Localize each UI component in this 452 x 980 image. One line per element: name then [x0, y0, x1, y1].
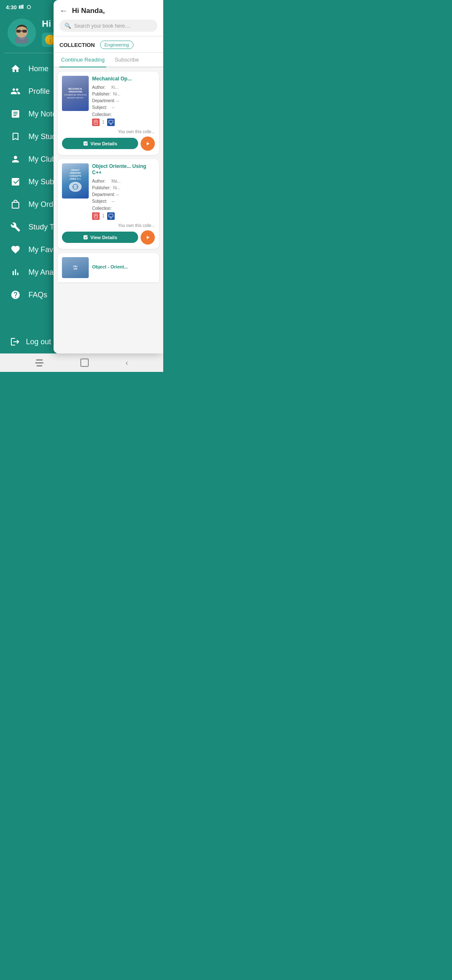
book-small-icon-2	[93, 214, 98, 219]
search-icon: 🔍	[64, 23, 71, 29]
sim-icon	[19, 5, 25, 10]
book-info-1: Mechanical Op... Author: Ki... Publisher…	[92, 76, 155, 126]
collection-label: COLLECTION	[59, 42, 95, 52]
back-nav-button[interactable]: ‹	[126, 358, 128, 367]
faqs-label: FAQs	[28, 291, 47, 299]
collection-tabs: COLLECTION Engineering	[54, 36, 163, 53]
panel-header-top: ← Hi Nanda,	[59, 6, 157, 15]
collection-num-2: 1	[102, 214, 105, 218]
home-label: Home	[28, 64, 49, 73]
play-icon-1	[145, 141, 151, 147]
collection-row-1: 1	[92, 119, 155, 126]
monitor-svg-2	[108, 214, 113, 219]
details-icon-2	[83, 235, 88, 240]
svg-rect-23	[109, 120, 113, 123]
book-card-2: OBJECTORIENTEDCONCEPTSUSING C++ Object O…	[58, 159, 159, 249]
book-meta-1: Author: Ki... Publisher: Ni... Departmen…	[92, 84, 155, 111]
book-list[interactable]: MECHANICALOPERATIONSFUNDAMENTAL PRINCIPL…	[54, 67, 163, 353]
book-title-1: Mechanical Op...	[92, 76, 155, 83]
bar-line-3	[36, 365, 42, 366]
card-buttons-1: View Details	[62, 137, 155, 151]
oop-diagram-icon	[72, 183, 79, 190]
own-text-2: You own this colle...	[62, 223, 155, 228]
collection-icon-1	[92, 119, 100, 126]
avatar	[8, 18, 36, 47]
app-wrapper: 4:30 Vo) 4GLTE1	[0, 0, 163, 353]
book-meta-2: Author: Ma... Publisher: Ni... Departmen…	[92, 178, 155, 205]
status-left: 4:30	[6, 4, 31, 10]
book-top-1: MECHANICALOPERATIONSFUNDAMENTAL PRINCIPL…	[62, 76, 155, 126]
study-plan-icon	[10, 131, 21, 142]
reading-tabs: Continue Reading Subscribe	[54, 53, 163, 67]
right-panel: ← Hi Nanda, 🔍 Search your book here.... …	[54, 0, 163, 353]
book-cover-2: OBJECTORIENTEDCONCEPTSUSING C++	[62, 163, 89, 199]
search-placeholder: Search your book here....	[74, 23, 131, 29]
tab-continue-reading[interactable]: Continue Reading	[59, 53, 106, 67]
logout-label: Log out	[26, 338, 51, 346]
book-card-3-partial: OBJORI Object - Orient...	[58, 253, 159, 282]
tab-subscribed[interactable]: Subscribe	[113, 53, 141, 67]
book-info-2: Object Oriente... Using C++ Author: Ma..…	[92, 163, 155, 220]
panel-header: ← Hi Nanda, 🔍 Search your book here....	[54, 0, 163, 36]
profile-icon	[10, 86, 21, 97]
own-text-1: You own this colle...	[62, 129, 155, 134]
home-icon	[10, 63, 21, 74]
book-card-1: MECHANICALOPERATIONSFUNDAMENTAL PRINCIPL…	[58, 72, 159, 155]
svg-text:₿: ₿	[49, 39, 51, 42]
svg-rect-1	[21, 5, 22, 9]
book-small-icon	[93, 120, 98, 125]
details-icon-1	[83, 141, 88, 146]
avatar-svg	[10, 19, 34, 44]
monitor-icon-1	[107, 119, 115, 126]
back-button[interactable]: ←	[59, 6, 68, 15]
card-buttons-2: View Details	[62, 230, 155, 245]
bar-line-2	[35, 362, 44, 364]
svg-rect-32	[109, 214, 113, 217]
monitor-svg	[108, 120, 113, 125]
android-nav-bar: ‹	[0, 353, 163, 372]
faqs-icon	[10, 289, 21, 300]
svg-rect-2	[22, 5, 23, 9]
orders-icon	[10, 199, 21, 210]
avatar-figure	[10, 19, 34, 46]
orange-action-btn-2[interactable]	[141, 230, 155, 245]
time: 4:30	[6, 4, 17, 10]
coin-svg: ₿	[47, 36, 54, 43]
svg-rect-15	[16, 30, 21, 33]
svg-point-27	[73, 186, 74, 188]
view-details-button-2[interactable]: View Details	[62, 232, 138, 243]
book-top-2: OBJECTORIENTEDCONCEPTSUSING C++ Object O…	[62, 163, 155, 220]
collection-icon-2	[92, 212, 100, 220]
search-bar[interactable]: 🔍 Search your book here....	[59, 20, 157, 32]
home-button[interactable]	[80, 358, 89, 367]
svg-rect-16	[23, 30, 27, 33]
svg-point-28	[76, 186, 78, 188]
clubs-icon	[10, 154, 21, 165]
play-icon-2	[145, 235, 151, 240]
collection-row-2: 1	[92, 212, 155, 220]
bar-line-1	[36, 359, 43, 361]
book-title-3-partial: Object - Orient...	[92, 264, 128, 270]
notes-icon	[10, 108, 21, 119]
view-details-button-1[interactable]: View Details	[62, 138, 138, 149]
svg-rect-0	[19, 5, 20, 9]
subscription-icon	[10, 176, 21, 187]
monitor-icon-2	[107, 212, 115, 220]
logout-icon	[10, 337, 20, 347]
favorites-icon	[10, 244, 21, 255]
book-cover-1: MECHANICALOPERATIONSFUNDAMENTAL PRINCIPL…	[62, 76, 89, 111]
logout-button[interactable]: Log out	[10, 337, 51, 347]
book-cover-3: OBJORI	[62, 257, 89, 278]
tools-icon	[10, 222, 21, 232]
wifi-icon	[27, 5, 31, 9]
svg-point-3	[27, 5, 31, 9]
engineering-badge[interactable]: Engineering	[100, 41, 134, 49]
book-title-2: Object Oriente... Using C++	[92, 163, 155, 176]
collection-num-1: 1	[102, 120, 105, 124]
recent-apps-button[interactable]	[35, 359, 44, 366]
orange-action-btn-1[interactable]	[141, 137, 155, 151]
panel-title: Hi Nanda,	[72, 7, 105, 15]
profile-label: Profile	[28, 87, 50, 96]
analytics-icon	[10, 267, 21, 278]
